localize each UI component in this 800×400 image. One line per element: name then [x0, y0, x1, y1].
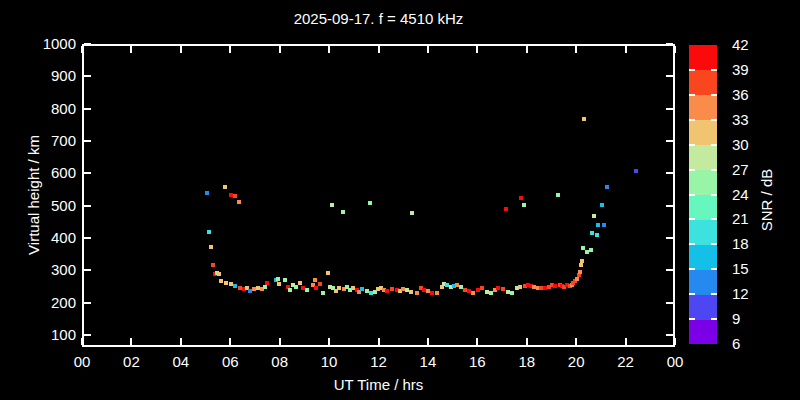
x-tick-label: 20 — [560, 352, 592, 372]
plot-area — [82, 44, 675, 347]
ionogram-screen: 2025-09-17. f = 4510 kHz Virtual height … — [0, 0, 800, 400]
data-point — [582, 117, 586, 121]
data-point — [263, 285, 267, 289]
y-tick-label: 700 — [28, 131, 76, 151]
colorbar-tick-label: 6 — [732, 334, 772, 354]
colorbar-tick-label: 24 — [732, 185, 772, 205]
y-tick-label: 400 — [28, 228, 76, 248]
data-point — [518, 285, 522, 289]
x-tick-label: 10 — [313, 352, 345, 372]
colorbar-tick-label: 30 — [732, 135, 772, 155]
colorbar-tick-label: 9 — [732, 309, 772, 329]
x-axis-tick-mirror — [526, 46, 528, 53]
y-axis-tick — [84, 108, 91, 110]
data-point — [605, 185, 609, 189]
x-axis-tick — [130, 338, 132, 345]
data-point — [579, 263, 583, 267]
x-tick-label: 22 — [610, 352, 642, 372]
colorbar-tick — [689, 94, 695, 96]
data-point — [415, 291, 419, 295]
data-point — [519, 196, 523, 200]
y-axis-tick — [84, 302, 91, 304]
colorbar-tick-label: 33 — [732, 110, 772, 130]
data-point — [211, 263, 215, 267]
colorbar-tick — [689, 69, 695, 71]
colorbar-tick-label: 18 — [732, 234, 772, 254]
x-axis-tick-mirror — [130, 46, 132, 53]
data-point — [368, 201, 372, 205]
colorbar-segment — [689, 219, 717, 244]
data-point — [298, 281, 302, 285]
data-point — [600, 203, 604, 207]
x-tick-label: 04 — [165, 352, 197, 372]
x-tick-label: 06 — [214, 352, 246, 372]
y-axis-tick — [84, 269, 91, 271]
data-point — [435, 291, 439, 295]
colorbar-tick — [689, 169, 695, 171]
y-tick-label: 600 — [28, 163, 76, 183]
colorbar-tick-label: 12 — [732, 284, 772, 304]
x-tick-label: 18 — [511, 352, 543, 372]
x-axis-tick-mirror — [378, 46, 380, 53]
x-axis-tick — [575, 338, 577, 345]
data-point — [596, 223, 600, 227]
x-axis-tick — [328, 338, 330, 345]
x-axis-tick-mirror — [674, 46, 676, 53]
data-point — [602, 223, 606, 227]
data-point — [504, 207, 508, 211]
data-point — [410, 211, 414, 215]
colorbar-tick — [689, 293, 695, 295]
colorbar-tick — [711, 169, 717, 171]
x-axis-tick — [674, 338, 676, 345]
y-axis-tick — [84, 75, 91, 77]
colorbar-segment — [689, 120, 717, 145]
y-tick-label: 300 — [28, 260, 76, 280]
colorbar-tick-label: 21 — [732, 209, 772, 229]
data-point — [207, 230, 211, 234]
data-point — [430, 291, 434, 295]
y-axis-tick — [84, 237, 91, 239]
data-point — [219, 279, 223, 283]
y-axis-tick — [84, 172, 91, 174]
data-point — [288, 288, 292, 292]
data-point — [237, 200, 241, 204]
data-point — [634, 169, 638, 173]
x-axis-tick-mirror — [328, 46, 330, 53]
x-axis-tick-mirror — [476, 46, 478, 53]
data-point — [294, 285, 298, 289]
colorbar-segment — [689, 45, 717, 70]
colorbar-segment — [689, 145, 717, 170]
x-axis-title: UT Time / hrs — [82, 375, 675, 395]
data-point — [480, 286, 484, 290]
data-point — [589, 248, 593, 252]
data-point — [556, 193, 560, 197]
x-axis-tick-mirror — [625, 46, 627, 53]
data-point — [595, 233, 599, 237]
data-point — [543, 286, 547, 290]
y-axis-tick — [84, 334, 91, 336]
x-axis-tick — [378, 338, 380, 345]
x-axis-tick-mirror — [81, 46, 83, 53]
x-axis-tick — [81, 338, 83, 345]
data-point — [522, 203, 526, 207]
x-tick-label: 00 — [659, 352, 691, 372]
y-axis-tick — [84, 205, 91, 207]
data-point — [277, 282, 281, 286]
colorbar-tick — [711, 218, 717, 220]
data-point — [590, 231, 594, 235]
colorbar-tick — [711, 69, 717, 71]
x-tick-label: 12 — [363, 352, 395, 372]
x-tick-label: 16 — [461, 352, 493, 372]
x-tick-label: 08 — [264, 352, 296, 372]
data-point — [578, 270, 582, 274]
colorbar-segment — [689, 170, 717, 195]
chart-title: 2025-09-17. f = 4510 kHz — [82, 9, 675, 29]
data-point — [209, 245, 213, 249]
colorbar-tick — [689, 119, 695, 121]
colorbar-segment — [689, 70, 717, 95]
x-axis-tick — [229, 338, 231, 345]
x-tick-label: 14 — [412, 352, 444, 372]
colorbar-tick — [689, 194, 695, 196]
y-axis-tick-mirror — [666, 237, 673, 239]
data-point — [314, 286, 318, 290]
